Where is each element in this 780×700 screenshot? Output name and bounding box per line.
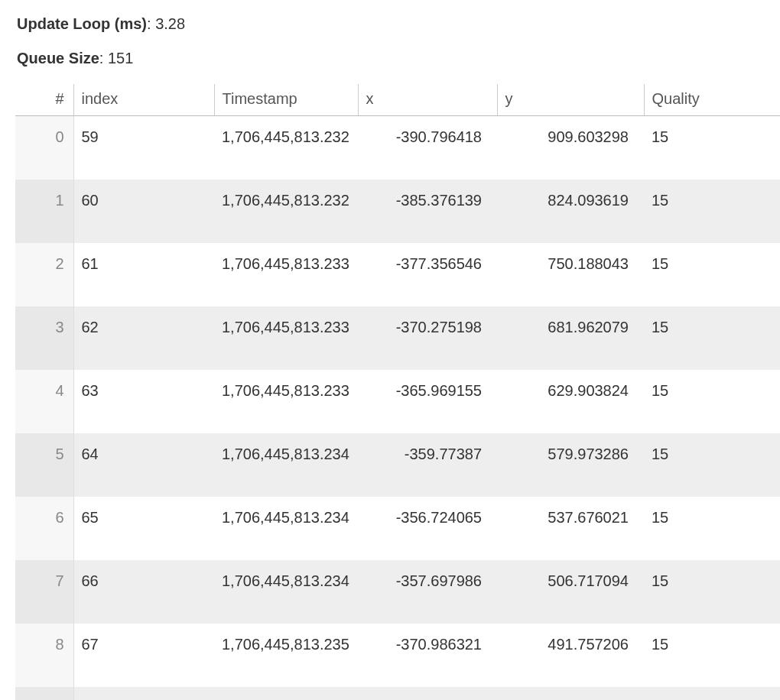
table-header-row: # index Timestamp x y Quality xyxy=(15,84,780,116)
cell-index: 60 xyxy=(73,180,214,243)
table-row[interactable]: 8671,706,445,813.235-370.986321491.75720… xyxy=(15,624,780,687)
update-loop-value: 3.28 xyxy=(155,15,185,32)
cell-x: -377.356546 xyxy=(358,243,497,306)
cell-y: 579.973286 xyxy=(497,433,644,497)
cell-timestamp: 1,706,445,813.233 xyxy=(214,306,358,370)
cell-timestamp: 1,706,445,813.232 xyxy=(214,116,358,180)
cell-x: -370.986321 xyxy=(358,624,497,687)
cell-x: -365.969155 xyxy=(358,370,497,433)
table-row[interactable]: 6651,706,445,813.234-356.724065537.67602… xyxy=(15,497,780,560)
header-quality[interactable]: Quality xyxy=(644,84,780,116)
cell-quality: 15 xyxy=(644,624,780,687)
cell-quality: 15 xyxy=(644,370,780,433)
cell-timestamp: 1,706,445,813.234 xyxy=(214,560,358,624)
cell-quality: 15 xyxy=(644,560,780,624)
header-timestamp[interactable]: Timestamp xyxy=(214,84,358,116)
cell-rownum: 3 xyxy=(15,306,73,370)
cell-index: 59 xyxy=(73,116,214,180)
header-rownum[interactable]: # xyxy=(15,84,73,116)
cell-x: -357.697986 xyxy=(358,560,497,624)
queue-size-value: 151 xyxy=(108,50,133,66)
header-index[interactable]: index xyxy=(73,84,214,116)
cell-index: 65 xyxy=(73,497,214,560)
cell-quality: 15 xyxy=(644,433,780,497)
cell-y: 493.203055 xyxy=(497,687,644,700)
cell-index: 61 xyxy=(73,243,214,306)
cell-timestamp: 1,706,445,813.235 xyxy=(214,687,358,700)
cell-y: 491.757206 xyxy=(497,624,644,687)
table-row[interactable]: 9681,706,445,813.235-390.776546493.20305… xyxy=(15,687,780,700)
cell-y: 629.903824 xyxy=(497,370,644,433)
table-row[interactable]: 2611,706,445,813.233-377.356546750.18804… xyxy=(15,243,780,306)
data-table-wrapper: # index Timestamp x y Quality 0591,706,4… xyxy=(15,84,780,700)
update-loop-label: Update Loop (ms) xyxy=(17,15,147,32)
cell-timestamp: 1,706,445,813.233 xyxy=(214,370,358,433)
cell-y: 824.093619 xyxy=(497,180,644,243)
cell-index: 67 xyxy=(73,624,214,687)
data-table: # index Timestamp x y Quality 0591,706,4… xyxy=(15,84,780,700)
cell-x: -390.776546 xyxy=(358,687,497,700)
header-y[interactable]: y xyxy=(497,84,644,116)
cell-rownum: 1 xyxy=(15,180,73,243)
cell-index: 68 xyxy=(73,687,214,700)
cell-x: -385.376139 xyxy=(358,180,497,243)
cell-rownum: 6 xyxy=(15,497,73,560)
table-row[interactable]: 0591,706,445,813.232-390.796418909.60329… xyxy=(15,116,780,180)
queue-size-label: Queue Size xyxy=(17,50,99,66)
cell-quality: 15 xyxy=(644,306,780,370)
cell-index: 63 xyxy=(73,370,214,433)
cell-timestamp: 1,706,445,813.232 xyxy=(214,180,358,243)
cell-y: 537.676021 xyxy=(497,497,644,560)
table-row[interactable]: 3621,706,445,813.233-370.275198681.96207… xyxy=(15,306,780,370)
cell-quality: 15 xyxy=(644,180,780,243)
cell-index: 64 xyxy=(73,433,214,497)
cell-quality: 15 xyxy=(644,687,780,700)
update-loop-stat: Update Loop (ms): 3.28 xyxy=(15,15,780,33)
cell-timestamp: 1,706,445,813.233 xyxy=(214,243,358,306)
table-row[interactable]: 7661,706,445,813.234-357.697986506.71709… xyxy=(15,560,780,624)
cell-timestamp: 1,706,445,813.235 xyxy=(214,624,358,687)
cell-rownum: 0 xyxy=(15,116,73,180)
cell-rownum: 2 xyxy=(15,243,73,306)
cell-x: -359.77387 xyxy=(358,433,497,497)
cell-index: 66 xyxy=(73,560,214,624)
cell-x: -370.275198 xyxy=(358,306,497,370)
cell-y: 909.603298 xyxy=(497,116,644,180)
cell-rownum: 9 xyxy=(15,687,73,700)
cell-x: -356.724065 xyxy=(358,497,497,560)
table-row[interactable]: 4631,706,445,813.233-365.969155629.90382… xyxy=(15,370,780,433)
cell-quality: 15 xyxy=(644,243,780,306)
queue-size-stat: Queue Size: 151 xyxy=(15,50,780,67)
cell-y: 750.188043 xyxy=(497,243,644,306)
cell-timestamp: 1,706,445,813.234 xyxy=(214,433,358,497)
cell-rownum: 4 xyxy=(15,370,73,433)
cell-timestamp: 1,706,445,813.234 xyxy=(214,497,358,560)
table-row[interactable]: 1601,706,445,813.232-385.376139824.09361… xyxy=(15,180,780,243)
cell-rownum: 8 xyxy=(15,624,73,687)
cell-x: -390.796418 xyxy=(358,116,497,180)
cell-rownum: 7 xyxy=(15,560,73,624)
table-row[interactable]: 5641,706,445,813.234-359.77387579.973286… xyxy=(15,433,780,497)
cell-index: 62 xyxy=(73,306,214,370)
header-x[interactable]: x xyxy=(358,84,497,116)
cell-y: 681.962079 xyxy=(497,306,644,370)
cell-quality: 15 xyxy=(644,116,780,180)
cell-quality: 15 xyxy=(644,497,780,560)
cell-y: 506.717094 xyxy=(497,560,644,624)
cell-rownum: 5 xyxy=(15,433,73,497)
